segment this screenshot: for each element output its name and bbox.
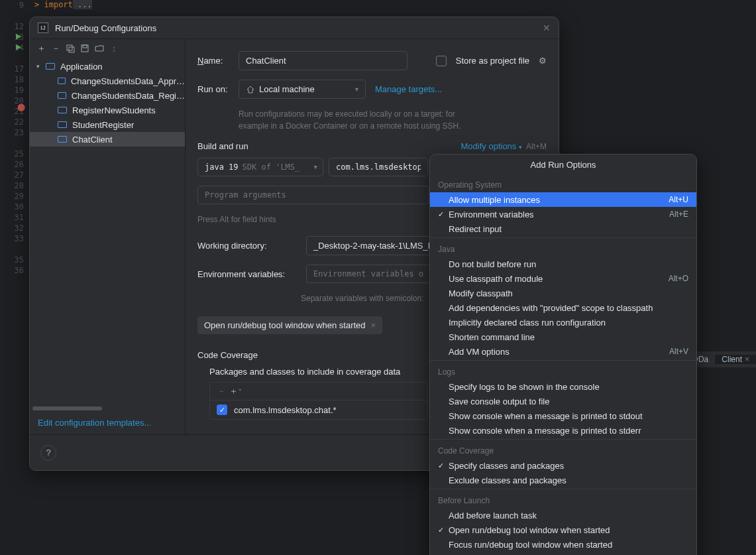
edit-templates-link[interactable]: Edit configuration templates... bbox=[30, 411, 185, 434]
gutter-line: 32 bbox=[0, 223, 29, 233]
tree-node-config[interactable]: StudentRegister bbox=[30, 117, 185, 132]
shortcut: Alt+O bbox=[669, 274, 688, 283]
name-input[interactable] bbox=[239, 51, 407, 70]
popup-item[interactable]: ✓Environment variablesAlt+E bbox=[430, 207, 696, 221]
popup-section-header: Java bbox=[430, 239, 696, 257]
gutter-line: 22 bbox=[0, 117, 29, 127]
popup-section-header: Logs bbox=[430, 362, 696, 379]
application-icon bbox=[58, 92, 66, 99]
popup-item[interactable]: ✓Specify classes and packages bbox=[430, 458, 696, 473]
add-button[interactable]: ＋ bbox=[34, 41, 48, 56]
popup-item[interactable]: Show console when a message is printed t… bbox=[430, 423, 696, 438]
gutter-line bbox=[0, 53, 29, 64]
application-icon bbox=[46, 63, 55, 70]
add-run-options-popup: Add Run Options Operating SystemAllow mu… bbox=[429, 154, 697, 555]
coverage-entry: com.lms.lmsdesktop.chat.* bbox=[234, 405, 337, 415]
store-project-checkbox[interactable] bbox=[436, 56, 447, 66]
coverage-row[interactable]: ✓ com.lms.lmsdesktop.chat.* bbox=[210, 401, 427, 419]
program-arguments-input[interactable] bbox=[197, 186, 429, 204]
popup-item[interactable]: Show console when a message is printed t… bbox=[430, 408, 696, 423]
popup-item[interactable]: Add before launch task bbox=[430, 508, 696, 523]
popup-item[interactable]: Allow multiple instancesAlt+U bbox=[430, 192, 696, 207]
sidebar-toolbar: ＋ － ↕ bbox=[30, 39, 185, 58]
gutter-line: 28 bbox=[0, 180, 29, 191]
tree-node-config[interactable]: ChangeStudentsData_Regi… bbox=[30, 88, 185, 103]
folder-button[interactable] bbox=[92, 41, 107, 56]
remove-button[interactable]: － bbox=[214, 385, 229, 397]
popup-item[interactable]: Implicitly declared class run configurat… bbox=[430, 315, 696, 330]
shortcut: Alt+E bbox=[669, 210, 688, 219]
coverage-table: － ＋⌄ ✓ com.lms.lmsdesktop.chat.* bbox=[209, 382, 428, 420]
popup-item[interactable]: Add dependencies with "provided" scope t… bbox=[430, 300, 696, 315]
main-class-input[interactable] bbox=[329, 158, 428, 176]
popup-item[interactable]: Use classpath of moduleAlt+O bbox=[430, 271, 696, 286]
run-on-select[interactable]: Local machine ▼ bbox=[239, 80, 366, 99]
tree-node-config[interactable]: RegisterNewStudents bbox=[30, 103, 185, 117]
run-gutter-icon[interactable]: ▶ bbox=[16, 32, 21, 40]
popup-item[interactable]: ✓Open run/debug tool window when started bbox=[430, 523, 696, 537]
chip-label: Open run/debug tool window when started bbox=[204, 320, 366, 330]
popup-title: Add Run Options bbox=[430, 154, 696, 175]
popup-item[interactable]: Do not build before run bbox=[430, 257, 696, 271]
gutter-line: 31 bbox=[0, 212, 29, 223]
popup-item[interactable]: Add VM optionsAlt+V bbox=[430, 344, 696, 359]
gutter-line: 12 bbox=[0, 21, 29, 32]
shortcut: Alt+U bbox=[669, 195, 688, 204]
tree-node-config[interactable]: ChangeStudentsData_Appr… bbox=[30, 74, 185, 88]
editor-tab-active[interactable]: Client× bbox=[715, 355, 756, 364]
remove-button[interactable]: － bbox=[48, 41, 63, 56]
modify-options-link[interactable]: Modify options ▾ bbox=[461, 141, 522, 151]
editor-code-line: > import ... bbox=[34, 0, 92, 9]
copy-button[interactable] bbox=[63, 41, 78, 56]
gutter-line: 30 bbox=[0, 202, 29, 212]
popup-item[interactable]: Shorten command line bbox=[430, 330, 696, 344]
breakpoint-icon[interactable]: ⬤ bbox=[17, 103, 25, 111]
coverage-toolbar: － ＋⌄ bbox=[210, 383, 427, 401]
chevron-down-icon: ▼ bbox=[354, 86, 360, 93]
env-vars-input[interactable] bbox=[306, 265, 437, 283]
run-gutter-icon[interactable]: ▶ bbox=[16, 42, 21, 51]
popup-item[interactable]: Modify classpath bbox=[430, 286, 696, 300]
close-icon[interactable]: × bbox=[371, 320, 376, 330]
gutter-line: 26 bbox=[0, 159, 29, 170]
popup-item[interactable]: Redirect input bbox=[430, 221, 696, 236]
manage-targets-link[interactable]: Manage targets... bbox=[375, 84, 442, 94]
svg-rect-0 bbox=[67, 45, 72, 50]
popup-section-header: Before Launch bbox=[430, 491, 696, 508]
chevron-down-icon: ▾ bbox=[36, 63, 43, 70]
name-row: Name: Store as project file ⚙ bbox=[197, 51, 547, 70]
configurations-tree: ▾ApplicationChangeStudentsData_Appr…Chan… bbox=[30, 58, 185, 406]
gutter-line: 27 bbox=[0, 170, 29, 180]
tree-node-application[interactable]: ▾Application bbox=[30, 59, 185, 74]
popup-item[interactable]: Show the run/debug configuration setting… bbox=[430, 552, 696, 555]
popup-item[interactable]: Focus run/debug tool window when started bbox=[430, 537, 696, 552]
application-icon bbox=[58, 121, 67, 128]
shortcut: Alt+V bbox=[669, 347, 688, 356]
jdk-select[interactable]: java 19 SDK of 'LMS_ ▼ bbox=[197, 158, 323, 176]
tree-node-config[interactable]: ChatClient bbox=[30, 132, 185, 147]
gutter-line: 14 bbox=[0, 42, 29, 53]
close-icon[interactable]: ✕ bbox=[543, 23, 551, 33]
popup-item[interactable]: Save console output to file bbox=[430, 394, 696, 408]
working-dir-input[interactable] bbox=[306, 236, 437, 255]
home-icon bbox=[246, 85, 255, 94]
folded: ... bbox=[73, 0, 92, 9]
open-tool-window-chip: Open run/debug tool window when started … bbox=[197, 316, 382, 334]
build-run-section: Build and run Modify options ▾ Alt+M bbox=[197, 141, 547, 151]
gutter-line: 33 bbox=[0, 233, 29, 244]
dialog-header: IJ Run/Debug Configurations ✕ bbox=[30, 17, 559, 39]
build-run-label: Build and run bbox=[197, 141, 248, 151]
gutter-line: 17 bbox=[0, 64, 29, 74]
popup-item[interactable]: Specify logs to be shown in the console bbox=[430, 379, 696, 394]
coverage-checkbox[interactable]: ✓ bbox=[217, 404, 227, 415]
popup-item[interactable]: Exclude classes and packages bbox=[430, 473, 696, 487]
sort-button[interactable]: ↕ bbox=[107, 41, 121, 56]
application-icon bbox=[58, 107, 67, 113]
save-button[interactable] bbox=[78, 41, 92, 56]
horizontal-scrollbar[interactable] bbox=[30, 406, 185, 411]
help-button[interactable]: ? bbox=[40, 445, 56, 461]
gear-icon[interactable]: ⚙ bbox=[539, 56, 547, 66]
env-vars-label: Environment variables: bbox=[197, 269, 297, 279]
add-button[interactable]: ＋⌄ bbox=[229, 385, 243, 397]
close-icon[interactable]: × bbox=[745, 355, 749, 364]
